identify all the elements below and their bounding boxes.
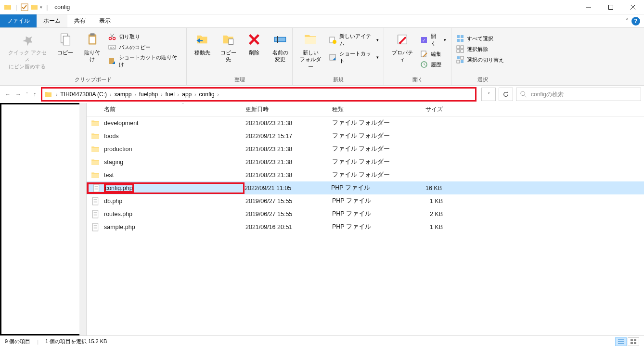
new-item-button[interactable]: 新しいアイテム▾ [327, 32, 381, 48]
file-row[interactable]: foods2022/09/12 15:17ファイル フォルダー [87, 129, 644, 142]
copy-path-button[interactable]: abc パスのコピー [106, 42, 183, 52]
group-label-organize: 整理 [187, 75, 292, 85]
new-folder-button[interactable]: 新しい フォルダー [296, 30, 326, 72]
pin-to-quick-access-button[interactable]: クイック アクセス にピン留めする [3, 30, 52, 72]
breadcrumb-dropdown[interactable]: ˅ [481, 88, 496, 101]
group-label-new: 新規 [293, 75, 384, 85]
group-label-select: 選択 [451, 75, 514, 85]
paste-shortcut-button[interactable]: ショートカットの貼り付け [106, 53, 183, 69]
tab-home[interactable]: ホーム [37, 14, 67, 27]
new-shortcut-button[interactable]: ショートカット▾ [327, 49, 381, 65]
tab-share[interactable]: 共有 [67, 14, 92, 27]
file-row[interactable]: production2021/08/23 21:38ファイル フォルダー [87, 142, 644, 155]
move-to-button[interactable]: 移動先 [190, 30, 215, 58]
search-input[interactable]: configの検索 [516, 88, 641, 101]
svg-rect-2 [609, 5, 613, 9]
navigation-pane[interactable] [0, 103, 87, 335]
copy-to-button[interactable]: コピー先 [216, 30, 241, 65]
file-icon [88, 184, 105, 193]
cut-button[interactable]: 切り取り [106, 32, 183, 41]
collapse-ribbon-icon[interactable]: ˄ [626, 18, 629, 25]
svg-rect-9 [90, 37, 95, 43]
chevron-right-icon[interactable]: › [177, 92, 180, 97]
close-button[interactable] [622, 0, 644, 14]
ribbon: クイック アクセス にピン留めする コピー 貼り付け 切り取り abc パスのコ… [0, 28, 644, 86]
breadcrumb[interactable]: › TIH0447300A (C:) › xampp › fuelphp › f… [41, 87, 477, 102]
qat-checkbox-icon[interactable] [21, 3, 28, 11]
chevron-right-icon[interactable]: › [133, 92, 137, 97]
column-header-name[interactable]: 名前 [87, 105, 245, 114]
up-button[interactable]: ↑ [33, 91, 36, 98]
file-size: 1 KB [404, 224, 452, 231]
chevron-right-icon[interactable]: › [160, 92, 163, 97]
search-icon [520, 91, 527, 98]
svg-rect-17 [229, 39, 233, 45]
file-row[interactable]: config.php2022/09/21 11:05PHP ファイル16 KB [87, 181, 644, 194]
recent-locations-button[interactable]: ˅ [26, 92, 28, 97]
file-name: routes.php [104, 211, 132, 218]
svg-rect-40 [461, 56, 464, 59]
svg-point-23 [333, 40, 336, 44]
back-button[interactable]: ← [5, 91, 11, 98]
paste-button[interactable]: 貼り付け [79, 30, 105, 65]
delete-button[interactable]: 削除 [242, 30, 267, 58]
svg-point-10 [109, 38, 112, 40]
file-row[interactable]: routes.php2019/06/27 15:55PHP ファイル2 KB [87, 207, 644, 220]
file-type: PHP ファイル [332, 223, 404, 231]
tab-file[interactable]: ファイル [0, 14, 37, 27]
refresh-button[interactable] [499, 88, 513, 101]
breadcrumb-segment[interactable]: app [180, 91, 193, 98]
properties-button[interactable]: プロパティ [387, 30, 417, 65]
file-type: ファイル フォルダー [332, 171, 404, 179]
ribbon-tabs: ファイル ホーム 共有 表示 ˄ ? [0, 14, 644, 28]
chevron-right-icon[interactable]: › [193, 92, 197, 97]
file-icon [87, 210, 104, 218]
large-icons-view-button[interactable] [628, 337, 639, 346]
svg-rect-35 [457, 46, 460, 49]
sort-indicator-icon: ˄ [182, 103, 184, 107]
edit-button[interactable]: 編集 [418, 49, 448, 59]
file-row[interactable]: staging2021/08/23 21:38ファイル フォルダー [87, 155, 644, 168]
column-header-date[interactable]: 更新日時 [245, 105, 332, 114]
svg-line-12 [111, 34, 114, 38]
chevron-right-icon[interactable]: › [55, 92, 58, 97]
history-button[interactable]: 履歴 [418, 60, 448, 69]
breadcrumb-segment[interactable]: fuelphp [137, 91, 160, 98]
help-icon[interactable]: ? [631, 17, 640, 26]
breadcrumb-segment[interactable]: xampp [112, 91, 133, 98]
forward-button[interactable]: → [15, 91, 21, 98]
separator: | [15, 4, 17, 11]
column-header-size[interactable]: サイズ [404, 105, 452, 114]
file-row[interactable]: development2021/08/23 21:38ファイル フォルダー [87, 116, 644, 129]
svg-text:✓: ✓ [422, 38, 426, 43]
svg-rect-41 [457, 60, 460, 63]
select-all-button[interactable]: すべて選択 [454, 34, 506, 43]
invert-selection-button[interactable]: 選択の切り替え [454, 55, 506, 64]
breadcrumb-segment[interactable]: TIH0447300A (C:) [58, 91, 109, 98]
content-area: ˄ 名前 更新日時 種類 サイズ development2021/08/23 2… [0, 103, 644, 335]
breadcrumb-segment[interactable]: config [197, 91, 217, 98]
breadcrumb-segment[interactable]: fuel [164, 91, 177, 98]
file-row[interactable]: db.php2019/06/27 15:55PHP ファイル1 KB [87, 194, 644, 207]
file-row[interactable]: sample.php2021/09/16 20:51PHP ファイル1 KB [87, 220, 644, 233]
file-row[interactable]: test2021/08/23 21:38ファイル フォルダー [87, 168, 644, 181]
minimize-button[interactable] [578, 0, 600, 14]
chevron-right-icon[interactable]: › [109, 92, 112, 97]
tab-view[interactable]: 表示 [92, 14, 117, 27]
select-none-button[interactable]: 選択解除 [454, 44, 506, 54]
chevron-right-icon[interactable]: › [217, 92, 220, 97]
file-size: 2 KB [404, 211, 452, 218]
file-type: ファイル フォルダー [332, 158, 404, 166]
qat-dropdown-icon[interactable]: ▾ [40, 5, 42, 10]
svg-text:abc: abc [110, 46, 116, 49]
file-date: 2021/08/23 21:38 [245, 172, 332, 179]
details-view-button[interactable] [615, 337, 627, 346]
folder-icon [4, 3, 12, 11]
svg-rect-33 [457, 39, 460, 42]
copy-button[interactable]: コピー [53, 30, 78, 58]
open-button[interactable]: ✓ 開く▾ [418, 32, 448, 48]
file-size: 1 KB [404, 198, 452, 205]
rename-button[interactable]: 名前の 変更 [268, 30, 293, 65]
column-header-type[interactable]: 種類 [332, 105, 404, 114]
maximize-button[interactable] [600, 0, 622, 14]
